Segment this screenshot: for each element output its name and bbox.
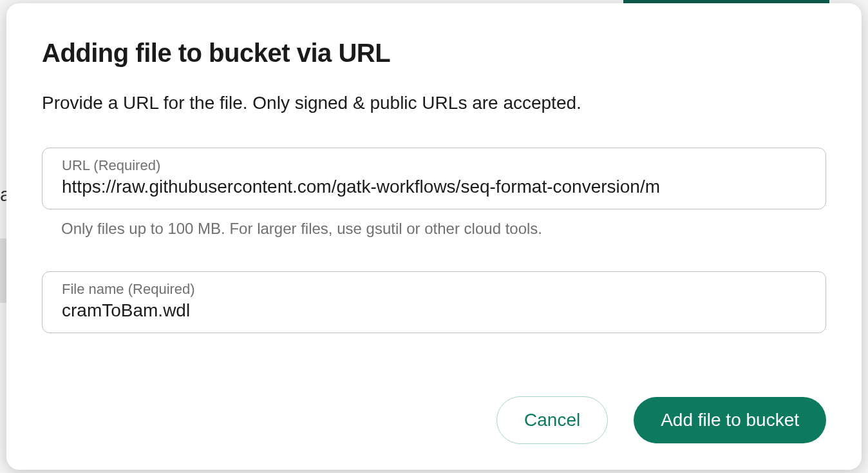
modal-button-row: Cancel Add file to bucket xyxy=(42,358,826,444)
modal-title: Adding file to bucket via URL xyxy=(42,39,826,68)
add-file-modal: Adding file to bucket via URL Provide a … xyxy=(6,3,862,470)
add-file-button[interactable]: Add file to bucket xyxy=(634,397,826,443)
url-input[interactable] xyxy=(62,177,806,197)
filename-input-label: File name (Required) xyxy=(62,281,806,298)
url-helper-text: Only files up to 100 MB. For larger file… xyxy=(61,220,826,238)
filename-input[interactable] xyxy=(62,300,806,321)
url-input-wrapper[interactable]: URL (Required) xyxy=(42,148,826,209)
filename-input-wrapper[interactable]: File name (Required) xyxy=(42,271,826,333)
url-input-label: URL (Required) xyxy=(62,157,806,174)
cancel-button[interactable]: Cancel xyxy=(496,396,608,444)
url-input-group: URL (Required) Only files up to 100 MB. … xyxy=(42,148,826,261)
modal-description: Provide a URL for the file. Only signed … xyxy=(42,90,826,115)
filename-input-group: File name (Required) xyxy=(42,271,826,333)
